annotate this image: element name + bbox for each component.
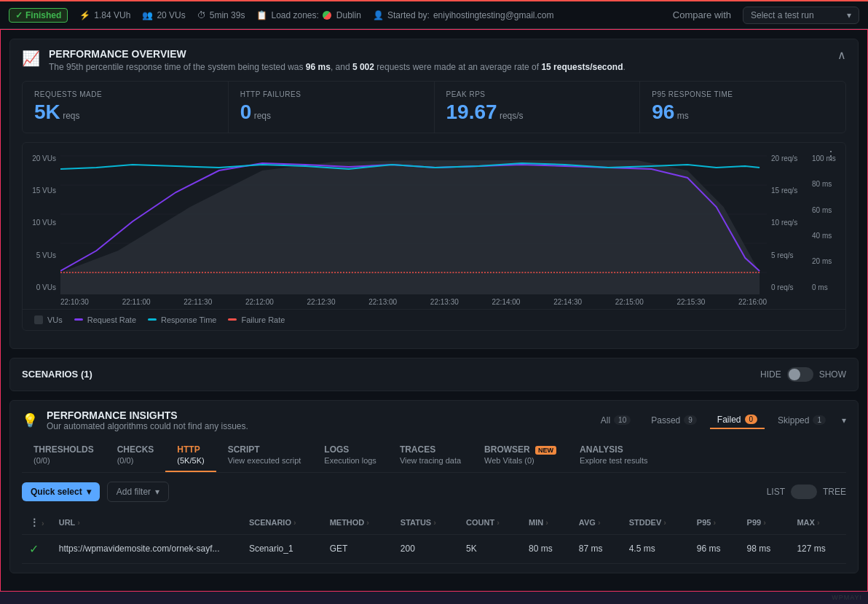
tab-checks-sub: (0/0)	[117, 456, 154, 465]
main-content: 📈 PERFORMANCE OVERVIEW The 95th percenti…	[0, 29, 868, 592]
legend-failure-rate-icon	[228, 318, 237, 321]
add-filter-button[interactable]: Add filter ▾	[107, 482, 169, 502]
perf-overview-text: PERFORMANCE OVERVIEW The 95th percentile…	[49, 48, 626, 72]
vuh-icon: ⚡	[79, 10, 90, 20]
col-avg[interactable]: AVG	[572, 511, 622, 535]
chart-svg-area: 22:10:30 22:11:00 22:11:30 22:12:00 22:1…	[60, 149, 767, 309]
tab-browser-label: BROWSER NEW	[484, 444, 556, 455]
row-method: GET	[323, 534, 393, 563]
legend-vus-icon	[34, 315, 43, 324]
scenarios-toggle-switch[interactable]	[787, 367, 813, 382]
col-url[interactable]: URL	[52, 511, 242, 535]
x-label-5: 22:12:30	[307, 298, 336, 306]
filter-expand-icon[interactable]: ▾	[842, 415, 846, 425]
vuh-value: 1.84 VUh	[94, 10, 130, 20]
tab-logs[interactable]: LOGS Execution logs	[312, 439, 388, 472]
insights-text: PERFORMANCE INSIGHTS Our automated algor…	[47, 409, 248, 431]
http-failures-value: 0	[240, 101, 252, 123]
list-label: LIST	[767, 487, 785, 497]
tab-analysis[interactable]: ANALYSIS Explore test results	[568, 439, 660, 472]
tab-thresholds[interactable]: THRESHOLDS (0/0)	[22, 439, 106, 472]
http-table: ⋮ URL SCENARIO METHOD STATUS COUNT MIN A…	[22, 511, 846, 564]
col-min[interactable]: MIN	[521, 511, 572, 535]
filter-skipped-button[interactable]: Skipped 1	[770, 412, 833, 428]
y-axis-left: 20 VUs 15 VUs 10 VUs 5 VUs 0 VUs	[23, 149, 60, 309]
col-stddev[interactable]: STDDEV	[622, 511, 690, 535]
filter-failed-count: 0	[745, 415, 758, 424]
table-header-row: ⋮ URL SCENARIO METHOD STATUS COUNT MIN A…	[22, 511, 846, 535]
table-header: ⋮ URL SCENARIO METHOD STATUS COUNT MIN A…	[22, 511, 846, 535]
chevron-down-icon: ▾	[87, 487, 91, 497]
started-by-label: Started by:	[387, 10, 430, 20]
tab-analysis-label: ANALYSIS	[580, 444, 648, 455]
row-min: 80 ms	[521, 534, 572, 563]
insights-desc: Our automated algorithms could not find …	[47, 421, 248, 431]
col-dots[interactable]: ⋮	[22, 511, 52, 535]
requests-made-card: REQUESTS MADE 5K reqs	[23, 82, 229, 133]
col-p99[interactable]: P99	[740, 511, 790, 535]
chart-legend: VUs Request Rate Response Time Failure R…	[23, 309, 845, 330]
row-status: 200	[393, 534, 459, 563]
table-body: ✓ https://wpmavidemosite.com/ornek-sayf.…	[22, 534, 846, 563]
tab-browser[interactable]: BROWSER NEW Web Vitals (0)	[473, 439, 568, 472]
p95-response-card: P95 RESPONSE TIME 96 ms	[640, 82, 845, 133]
location-value: Dublin	[336, 10, 361, 20]
filter-all-label: All	[601, 415, 610, 425]
show-label: SHOW	[819, 369, 846, 380]
location-flag-icon	[323, 11, 331, 20]
stats-row: REQUESTS MADE 5K reqs HTTP FAILURES 0 re…	[22, 81, 846, 133]
filter-passed-button[interactable]: Passed 9	[644, 412, 704, 428]
tab-traces-label: TRACES	[400, 444, 461, 455]
legend-request-rate-icon	[74, 318, 83, 321]
perf-desc: The 95th percentile response time of the…	[49, 62, 626, 72]
x-label-8: 22:14:00	[492, 298, 520, 306]
col-max[interactable]: MAX	[789, 511, 846, 535]
tab-logs-sub: Execution logs	[324, 456, 376, 465]
y-label-20vu: 20 VUs	[28, 154, 56, 162]
insights-section: 💡 PERFORMANCE INSIGHTS Our automated alg…	[9, 400, 859, 573]
user-icon: 👤	[373, 10, 384, 20]
tab-script[interactable]: SCRIPT View executed script	[216, 439, 313, 472]
filter-passed-label: Passed	[651, 415, 680, 425]
tab-http[interactable]: HTTP (5K/5K)	[165, 439, 216, 472]
view-toggle-switch[interactable]	[791, 485, 817, 499]
col-p95[interactable]: P95	[690, 511, 740, 535]
col-status[interactable]: STATUS	[393, 511, 459, 535]
compare-select[interactable]: Select a test run ▾	[743, 7, 859, 24]
tab-checks[interactable]: CHECKS (0/0)	[106, 439, 166, 472]
y-label-10rps: 10 req/s	[771, 219, 806, 227]
col-count[interactable]: COUNT	[459, 511, 521, 535]
collapse-button[interactable]: ∧	[837, 48, 846, 62]
peak-rps-card: PEAK RPS 19.67 reqs/s	[435, 82, 641, 133]
filter-all-button[interactable]: All 10	[593, 412, 638, 428]
requests-made-value: 5K	[34, 101, 60, 123]
row-count: 5K	[459, 534, 521, 563]
row-p99: 98 ms	[740, 534, 790, 563]
legend-failure-rate: Failure Rate	[228, 315, 285, 324]
quick-select-button[interactable]: Quick select ▾	[22, 482, 100, 501]
watermark: WPMAYI	[832, 594, 862, 601]
x-label-10: 22:15:00	[615, 298, 644, 306]
legend-response-time-label: Response Time	[161, 315, 216, 324]
col-scenario[interactable]: SCENARIO	[242, 511, 323, 535]
legend-failure-rate-label: Failure Rate	[241, 315, 285, 324]
chart-menu-icon[interactable]: ⋮	[825, 149, 837, 162]
zones-icon: 📋	[256, 10, 267, 20]
filter-failed-button[interactable]: Failed 0	[710, 412, 765, 429]
insights-filters: All 10 Passed 9 Failed 0 Skipped 1 ▾	[593, 412, 846, 429]
chevron-down-icon-filter: ▾	[155, 487, 159, 497]
tab-browser-sub: Web Vitals (0)	[484, 456, 556, 465]
x-label-1: 22:10:30	[60, 298, 89, 306]
tab-http-label: HTTP	[177, 444, 204, 455]
tab-traces[interactable]: TRACES View tracing data	[388, 439, 473, 472]
scenarios-title: SCENARIOS (1)	[22, 369, 760, 380]
p95-label: P95 RESPONSE TIME	[652, 90, 834, 98]
y-label-0vu: 0 VUs	[28, 283, 56, 291]
col-method[interactable]: METHOD	[323, 511, 393, 535]
peak-rps-label: PEAK RPS	[446, 90, 628, 98]
p95-value: 96	[652, 101, 674, 123]
row-url[interactable]: https://wpmavidemosite.com/ornek-sayf...	[52, 534, 242, 563]
tab-http-sub: (5K/5K)	[177, 456, 204, 465]
tab-script-label: SCRIPT	[228, 444, 301, 455]
http-failures-card: HTTP FAILURES 0 reqs	[229, 82, 435, 133]
